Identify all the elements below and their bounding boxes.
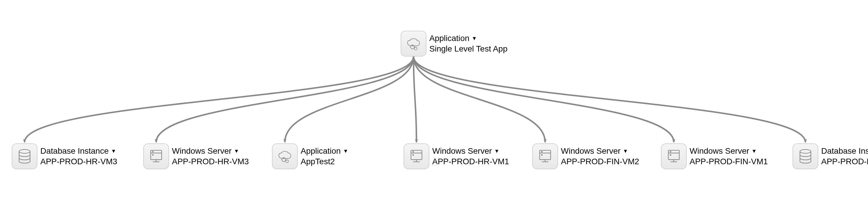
svg-point-1 xyxy=(414,47,417,50)
node-name-label: APP-PROD-HR-VM3 xyxy=(40,157,117,166)
svg-point-14 xyxy=(413,154,413,155)
child-node[interactable]: Windows Server ▼ APP-PROD-HR-VM1 xyxy=(404,143,509,169)
application-icon xyxy=(272,143,298,169)
svg-point-5 xyxy=(152,151,153,152)
svg-point-19 xyxy=(541,151,542,152)
chevron-down-icon[interactable]: ▼ xyxy=(234,148,239,154)
child-labels: Windows Server ▼ APP-PROD-HR-VM3 xyxy=(172,146,249,166)
node-name-label: APP-PROD-HR-VM1 xyxy=(432,157,509,166)
node-type-label: Application xyxy=(429,34,469,43)
chevron-down-icon[interactable]: ▼ xyxy=(343,148,348,154)
application-icon xyxy=(401,31,426,57)
chevron-down-icon[interactable]: ▼ xyxy=(472,35,477,41)
child-node[interactable]: Windows Server ▼ APP-PROD-HR-VM3 xyxy=(143,143,249,169)
node-type-label: Windows Server xyxy=(172,146,231,156)
node-type-label: Windows Server xyxy=(561,146,621,156)
node-type-label: Application xyxy=(301,146,341,156)
child-labels: Database Instance ▼ APP-PROD-HR-VM3 xyxy=(40,146,117,166)
svg-point-6 xyxy=(152,154,153,155)
server-icon xyxy=(661,143,687,169)
node-name-label: APP-PROD-HR-VM1 xyxy=(821,157,868,166)
child-node[interactable]: Database Instance ▼ APP-PROD-HR-VM3 xyxy=(12,143,117,169)
chevron-down-icon[interactable]: ▼ xyxy=(494,148,499,154)
svg-point-20 xyxy=(541,154,542,155)
svg-point-26 xyxy=(670,154,671,155)
svg-point-2 xyxy=(19,150,30,153)
child-labels: Windows Server ▼ APP-PROD-FIN-VM2 xyxy=(561,146,639,166)
server-icon xyxy=(532,143,558,169)
database-icon xyxy=(793,143,818,169)
database-icon xyxy=(12,143,37,169)
node-type-label: Database Instance xyxy=(40,146,109,156)
node-name-label: APP-PROD-FIN-VM2 xyxy=(561,157,639,166)
node-type-label: Windows Server xyxy=(690,146,749,156)
child-node[interactable]: Application ▼ AppTest2 xyxy=(272,143,348,169)
root-labels: Application ▼ Single Level Test App xyxy=(429,34,507,54)
child-node[interactable]: Windows Server ▼ APP-PROD-FIN-VM2 xyxy=(532,143,639,169)
child-node[interactable]: Windows Server ▼ APP-PROD-FIN-VM1 xyxy=(661,143,768,169)
node-name-label: Single Level Test App xyxy=(429,44,507,54)
node-name-label: AppTest2 xyxy=(301,157,348,166)
server-icon xyxy=(404,143,429,169)
chevron-down-icon[interactable]: ▼ xyxy=(752,148,757,154)
chevron-down-icon[interactable]: ▼ xyxy=(623,148,628,154)
child-labels: Windows Server ▼ APP-PROD-HR-VM1 xyxy=(432,146,509,166)
server-icon xyxy=(143,143,169,169)
node-type-label: Windows Server xyxy=(432,146,492,156)
child-node[interactable]: Database Instance ▼ APP-PROD-HR-VM1 xyxy=(793,143,868,169)
connectors-svg xyxy=(0,0,868,202)
child-labels: Application ▼ AppTest2 xyxy=(301,146,348,166)
svg-point-13 xyxy=(413,151,413,152)
svg-point-10 xyxy=(286,160,288,163)
svg-point-29 xyxy=(800,150,811,153)
svg-point-25 xyxy=(670,151,671,152)
chevron-down-icon[interactable]: ▼ xyxy=(111,148,116,154)
node-type-label: Database Instance xyxy=(821,146,868,156)
node-name-label: APP-PROD-HR-VM3 xyxy=(172,157,249,166)
node-name-label: APP-PROD-FIN-VM1 xyxy=(690,157,768,166)
child-labels: Database Instance ▼ APP-PROD-HR-VM1 xyxy=(821,146,868,166)
child-labels: Windows Server ▼ APP-PROD-FIN-VM1 xyxy=(690,146,768,166)
root-application-node[interactable]: Application ▼ Single Level Test App xyxy=(401,31,507,57)
